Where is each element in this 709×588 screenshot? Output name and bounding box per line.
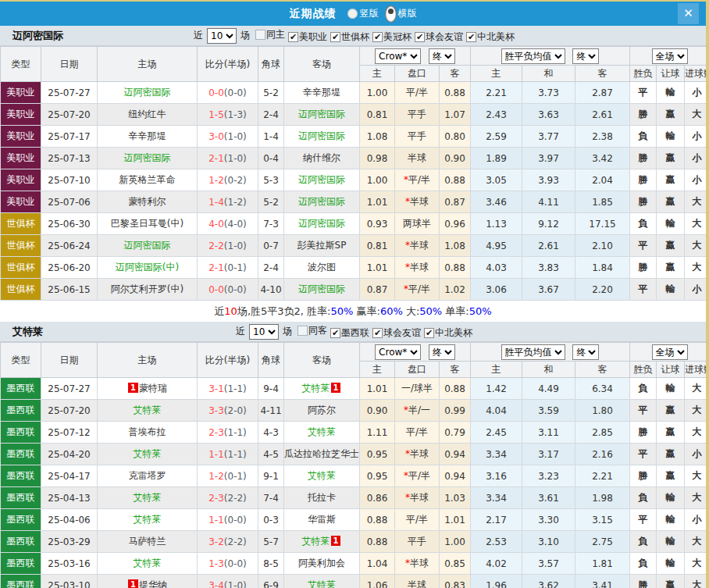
handicap-line-cell: *平/半 — [395, 169, 440, 191]
near-label: 近 — [236, 325, 245, 338]
odds-home-cell: 0.86 — [360, 487, 395, 509]
early-odds-marker: * — [405, 240, 410, 251]
filter-checkbox[interactable]: ✔墨西联 — [330, 326, 369, 340]
odds-home-cell: 1.11 — [360, 422, 395, 444]
early-odds-marker: * — [405, 262, 410, 273]
filter-checkbox[interactable]: ✔中北美杯 — [424, 326, 472, 340]
match-row: 美职业25-07-27迈阿密国际0-0(0-0)5-2辛辛那堤1.00平/半0.… — [1, 82, 709, 104]
avg-final-select[interactable]: 终 — [572, 48, 599, 64]
filter-label: 中北美杯 — [435, 326, 472, 340]
filter-checkbox[interactable]: ✔球会友谊 — [415, 30, 463, 44]
team-name: 阿美利加会 — [298, 558, 345, 568]
halftime-score: (1-0) — [224, 131, 247, 142]
corners-cell: 5-2 — [258, 82, 284, 104]
avg-away-cell: 2.87 — [575, 82, 630, 104]
score-cell: 0-0(0-0) — [198, 82, 258, 104]
result-wdl-cell: 平 — [630, 82, 657, 104]
match-row: 世俱杯25-06-24迈阿密国际2-2(1-0)0-7彭美拉斯SP0.81*半球… — [1, 235, 709, 257]
fulltime-score: 3-3 — [208, 405, 224, 416]
close-button[interactable]: ✕ — [678, 3, 699, 24]
avg-home-cell: 1.89 — [471, 148, 522, 169]
filter-checkbox[interactable]: ✔中北美杯 — [466, 30, 515, 44]
team-name: 迈阿密国际 — [124, 152, 171, 163]
halftime-score: (1-1) — [224, 383, 247, 394]
result-goals-cell: 小 — [685, 82, 709, 104]
full-match-select[interactable]: 全场 — [652, 48, 688, 64]
avg-odds-select[interactable]: 胜平负均值 — [501, 48, 565, 64]
result-goals-cell: 大 — [685, 378, 709, 400]
result-handicap-cell: 贏 — [657, 400, 685, 422]
avg-home-cell: 3.34 — [471, 444, 522, 465]
filter-label: 世俱杯 — [341, 30, 369, 44]
checkbox-icon: ✔ — [330, 32, 340, 42]
league-cell: 墨西联 — [1, 575, 41, 588]
score-cell: 1-1(0-0) — [198, 509, 258, 531]
date-cell: 25-07-27 — [41, 82, 98, 104]
avg-home-cell: 1.42 — [471, 378, 522, 400]
filter-checkbox[interactable]: ✔美职业 — [288, 30, 327, 44]
avg-home-cell: 2.53 — [471, 531, 522, 553]
result-handicap-cell: 贏 — [657, 257, 685, 279]
result-goals-cell: 大 — [685, 104, 709, 126]
date-cell: 25-06-20 — [41, 257, 98, 279]
avg-odds-select[interactable]: 胜平负均值 — [501, 344, 565, 360]
handicap-line-cell: *半球 — [395, 553, 440, 575]
league-cell: 美职业 — [1, 104, 41, 126]
avg-draw-cell: 3.63 — [522, 104, 575, 126]
avg-final-select[interactable]: 终 — [572, 344, 599, 360]
result-goals-cell: 大 — [685, 191, 709, 213]
home-team-cell: 克雷塔罗 — [98, 465, 198, 487]
corners-cell: 2-4 — [258, 257, 284, 279]
match-row: 世俱杯25-06-20迈阿密国际(中)2-1(0-1)2-4波尔图1.01*半球… — [1, 257, 709, 279]
col-home: 主场 — [98, 47, 198, 82]
filter-checkbox[interactable]: 同客 — [297, 324, 327, 337]
summary-line: 近10场,胜5平3负2, 胜率:50% 赢率:60% 大:50% 单率:50% — [0, 301, 706, 322]
home-team-cell: 迈阿密国际 — [98, 82, 198, 104]
recent-count-select[interactable]: 10 — [249, 324, 279, 340]
date-cell: 25-06-30 — [41, 213, 98, 235]
col-goals-result: 进球数 — [685, 66, 709, 82]
home-team-cell: 纽约红牛 — [98, 104, 198, 126]
view-option[interactable]: 横版 — [383, 5, 417, 23]
home-team-cell: 艾特莱 — [98, 400, 198, 422]
odds-home-cell: 0.81 — [360, 235, 395, 257]
filter-checkbox[interactable]: ✔世俱杯 — [330, 30, 369, 44]
view-option[interactable]: 竖版 — [347, 7, 379, 20]
home-team-table-body: 美职业25-07-27迈阿密国际0-0(0-0)5-2辛辛那堤1.00平/半0.… — [1, 82, 709, 301]
full-match-select[interactable]: 全场 — [652, 344, 688, 360]
team-name: 巴黎圣日耳曼(中) — [111, 218, 183, 229]
filter-checkbox[interactable]: 同主 — [255, 28, 285, 41]
fulltime-score: 1-2 — [208, 175, 224, 186]
filter-checkbox[interactable]: ✔球会友谊 — [372, 326, 421, 340]
avg-home-cell: 3.16 — [471, 465, 522, 487]
date-cell: 25-07-10 — [41, 169, 98, 191]
date-cell: 25-03-29 — [41, 531, 98, 553]
handicap-line-cell: *半球 — [395, 257, 440, 279]
col-home: 主场 — [98, 343, 198, 378]
odds-source-select[interactable]: Crow* — [375, 48, 421, 64]
result-goals-cell: 大 — [685, 465, 709, 487]
handicap-final-select[interactable]: 终 — [429, 344, 455, 360]
avg-draw-cell: 3.17 — [522, 444, 575, 465]
team-name: 迈阿密国际 — [298, 130, 345, 141]
away-team-cell: 波尔图 — [284, 257, 360, 279]
col-handicap-line: 盘口 — [395, 66, 440, 82]
corners-cell: 1-4 — [258, 126, 284, 148]
filter-checkbox[interactable]: ✔美冠杯 — [372, 30, 412, 44]
result-wdl-cell: 負 — [630, 553, 657, 575]
date-cell: 25-07-12 — [41, 422, 98, 444]
home-team-cell: 蒙特利尔 — [98, 191, 198, 213]
recent-count-select[interactable]: 10 — [207, 28, 237, 44]
odds-away-cell: 0.87 — [440, 191, 471, 213]
avg-draw-cell: 3.62 — [522, 575, 575, 588]
result-wdl-cell: 平 — [630, 279, 657, 301]
result-handicap-cell: 贏 — [657, 422, 685, 444]
match-row: 墨西联25-04-06艾特莱1-1(0-0)0-3华雷斯0.88平/半1.012… — [1, 509, 709, 531]
halftime-score: (1-2) — [224, 197, 247, 208]
date-cell: 25-07-20 — [41, 104, 98, 126]
odds-source-select[interactable]: Crow* — [375, 344, 421, 360]
handicap-final-select[interactable]: 终 — [429, 48, 455, 64]
away-team-cell: 辛辛那堤 — [284, 82, 360, 104]
away-team-cell: 迈阿密国际 — [284, 213, 360, 235]
games-label: 场 — [283, 325, 292, 338]
